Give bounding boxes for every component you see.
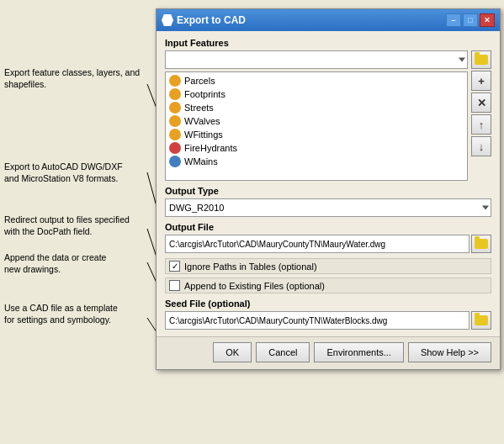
ignore-paths-checkbox-row[interactable]: Ignore Paths in Tables (optional)	[165, 258, 491, 274]
seed-file-section: Seed File (optional) C:\arcgis\ArcTutor\…	[165, 299, 491, 330]
folder-icon	[475, 239, 488, 249]
item-label: Parcels	[184, 76, 215, 86]
minimize-button[interactable]: –	[446, 13, 461, 27]
remove-item-button[interactable]: ✕	[471, 92, 491, 113]
item-icon	[169, 102, 181, 114]
output-file-input[interactable]: C:\arcgis\ArcTutor\CAD\MauryCountyTN\Mau…	[165, 235, 470, 253]
list-item[interactable]: WFittings	[166, 128, 467, 141]
item-icon	[169, 142, 181, 154]
list-item[interactable]: WMains	[166, 155, 467, 168]
combo-arrow-icon	[459, 58, 465, 62]
seed-file-row: C:\arcgis\ArcTutor\CAD\MauryCountyTN\Wat…	[165, 311, 491, 330]
output-file-label: Output File	[165, 222, 491, 232]
item-icon	[169, 115, 181, 127]
annotation-1: Export feature classes, layers, and shap…	[4, 67, 151, 90]
cancel-button[interactable]: Cancel	[256, 342, 310, 362]
add-item-button[interactable]: +	[471, 71, 491, 91]
annotation-2: Export to AutoCAD DWG/DXFand MicroStatio…	[4, 161, 151, 184]
output-type-label: Output Type	[165, 186, 491, 196]
output-type-value: DWG_R2010	[169, 203, 224, 213]
input-features-combo[interactable]	[165, 50, 468, 69]
seed-file-input[interactable]: C:\arcgis\ArcTutor\CAD\MauryCountyTN\Wat…	[165, 311, 470, 330]
move-up-button[interactable]: ↑	[471, 114, 491, 135]
browse-seed-button[interactable]	[471, 311, 491, 330]
close-button[interactable]: ✕	[480, 13, 495, 27]
item-icon	[169, 156, 181, 167]
environments-button[interactable]: Environments...	[314, 342, 403, 362]
annotation-4: Append the data or createnew drawings.	[4, 252, 151, 275]
input-features-label: Input Features	[165, 38, 491, 48]
output-type-section: Output Type DWG_R2010	[165, 186, 491, 217]
maximize-button[interactable]: □	[463, 13, 478, 27]
seed-file-value: C:\arcgis\ArcTutor\CAD\MauryCountyTN\Wat…	[169, 316, 387, 325]
export-to-cad-dialog: Export to CAD – □ ✕ Input Features	[156, 8, 501, 370]
list-item[interactable]: WValves	[166, 114, 467, 128]
browse-output-button[interactable]	[471, 235, 491, 253]
folder-icon	[475, 315, 488, 325]
input-features-section: Parcels Footprints Streets WValves	[165, 50, 491, 181]
item-label: Streets	[184, 103, 214, 113]
show-help-button[interactable]: Show Help >>	[408, 342, 491, 362]
output-file-row: C:\arcgis\ArcTutor\CAD\MauryCountyTN\Mau…	[165, 235, 491, 253]
seed-file-label: Seed File (optional)	[165, 299, 491, 309]
list-item[interactable]: Parcels	[166, 74, 467, 87]
ignore-paths-checkbox[interactable]	[169, 261, 180, 272]
move-down-button[interactable]: ↓	[471, 136, 491, 156]
ignore-paths-label: Ignore Paths in Tables (optional)	[184, 262, 317, 272]
folder-icon	[475, 55, 488, 65]
annotation-5: Use a CAD file as a templatefor settings…	[4, 303, 151, 325]
ok-button[interactable]: OK	[213, 342, 252, 362]
output-file-value: C:\arcgis\ArcTutor\CAD\MauryCountyTN\Mau…	[169, 240, 385, 249]
dialog-title: Export to CAD	[177, 14, 444, 26]
item-icon	[169, 129, 181, 140]
annotation-3: Redirect output to files specifiedwith t…	[4, 214, 151, 237]
list-item[interactable]: Streets	[166, 101, 467, 114]
item-label: WMains	[184, 156, 218, 166]
output-type-arrow-icon	[482, 206, 489, 210]
append-checkbox[interactable]	[169, 280, 180, 291]
append-label: Append to Existing Files (optional)	[184, 281, 325, 291]
item-icon	[169, 88, 181, 100]
dialog-footer: OK Cancel Environments... Show Help >>	[157, 336, 500, 369]
item-icon	[169, 75, 181, 87]
append-checkbox-row[interactable]: Append to Existing Files (optional)	[165, 278, 491, 293]
dialog-titlebar: Export to CAD – □ ✕	[157, 9, 500, 31]
item-label: WValves	[184, 116, 220, 126]
input-features-list[interactable]: Parcels Footprints Streets WValves	[165, 71, 468, 181]
item-label: WFittings	[184, 130, 223, 140]
list-item[interactable]: Footprints	[166, 87, 467, 101]
item-label: Footprints	[184, 89, 225, 99]
item-label: FireHydrants	[184, 143, 237, 153]
list-action-buttons: + ✕ ↑ ↓	[471, 50, 491, 156]
list-item[interactable]: FireHydrants	[166, 141, 467, 155]
output-type-combo[interactable]: DWG_R2010	[165, 198, 491, 217]
dialog-icon	[162, 14, 173, 26]
browse-input-button[interactable]	[471, 50, 491, 69]
